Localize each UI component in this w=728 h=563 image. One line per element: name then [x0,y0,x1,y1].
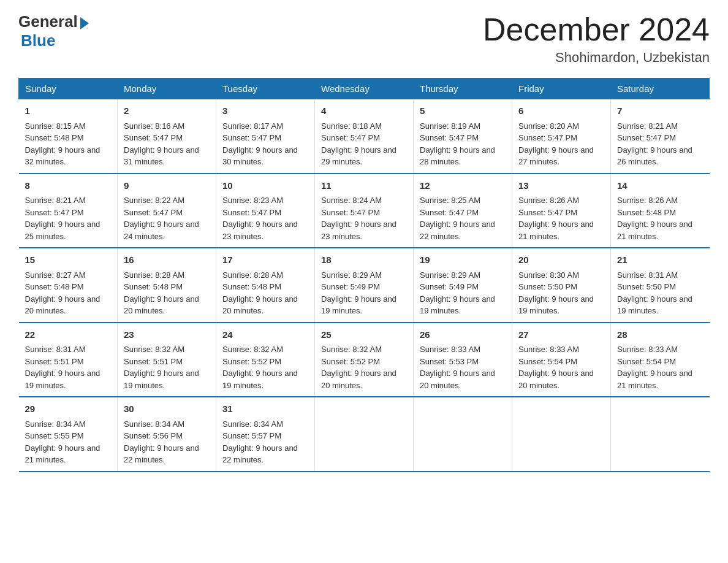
day-number: 23 [124,328,210,342]
daylight-text: Daylight: 9 hours and 21 minutes. [518,220,594,241]
sunrise-text: Sunrise: 8:31 AM [617,270,678,280]
calendar-cell: 3 Sunrise: 8:17 AM Sunset: 5:47 PM Dayli… [216,99,315,174]
daylight-text: Daylight: 9 hours and 30 minutes. [222,145,298,167]
calendar-cell: 18 Sunrise: 8:29 AM Sunset: 5:49 PM Dayl… [315,248,414,323]
title-block: December 2024 Shohimardon, Uzbekistan [483,12,710,66]
calendar-cell: 4 Sunrise: 8:18 AM Sunset: 5:47 PM Dayli… [315,99,414,174]
daylight-text: Daylight: 9 hours and 19 minutes. [124,369,199,390]
daylight-text: Daylight: 9 hours and 20 minutes. [420,369,495,390]
calendar-cell: 24 Sunrise: 8:32 AM Sunset: 5:52 PM Dayl… [216,323,315,397]
sunset-text: Sunset: 5:48 PM [617,208,676,217]
daylight-text: Daylight: 9 hours and 21 minutes. [25,443,100,465]
sunset-text: Sunset: 5:55 PM [25,431,84,440]
sunrise-text: Sunrise: 8:32 AM [321,345,382,354]
sunrise-text: Sunrise: 8:32 AM [222,345,283,354]
weekday-wednesday: Wednesday [315,79,414,99]
calendar-cell: 7 Sunrise: 8:21 AM Sunset: 5:47 PM Dayli… [611,99,710,174]
sunset-text: Sunset: 5:54 PM [518,357,577,366]
sunrise-text: Sunrise: 8:31 AM [25,345,86,354]
weekday-saturday: Saturday [611,79,710,99]
calendar-week-3: 15 Sunrise: 8:27 AM Sunset: 5:48 PM Dayl… [19,248,710,323]
sunrise-text: Sunrise: 8:24 AM [321,196,382,205]
weekday-friday: Friday [512,79,611,99]
day-number: 18 [321,253,407,267]
calendar-cell: 31 Sunrise: 8:34 AM Sunset: 5:57 PM Dayl… [216,397,315,472]
month-year-title: December 2024 [483,12,710,47]
logo-arrow-icon [80,17,89,29]
logo-blue-text: Blue [21,31,55,50]
day-number: 2 [124,104,210,118]
sunset-text: Sunset: 5:57 PM [222,431,281,440]
day-number: 31 [222,402,308,416]
calendar-cell: 9 Sunrise: 8:22 AM Sunset: 5:47 PM Dayli… [118,174,216,248]
day-number: 21 [617,253,703,267]
sunset-text: Sunset: 5:47 PM [222,133,281,142]
sunrise-text: Sunrise: 8:23 AM [222,196,283,205]
logo: General Blue [18,12,89,50]
sunrise-text: Sunrise: 8:34 AM [124,419,184,429]
daylight-text: Daylight: 9 hours and 21 minutes. [617,369,692,390]
calendar-cell: 16 Sunrise: 8:28 AM Sunset: 5:48 PM Dayl… [118,248,216,323]
calendar-cell: 17 Sunrise: 8:28 AM Sunset: 5:48 PM Dayl… [216,248,315,323]
daylight-text: Daylight: 9 hours and 19 minutes. [617,294,692,316]
sunrise-text: Sunrise: 8:33 AM [420,345,480,354]
sunset-text: Sunset: 5:47 PM [321,133,380,142]
sunrise-text: Sunrise: 8:26 AM [617,196,678,205]
sunset-text: Sunset: 5:53 PM [420,357,479,366]
daylight-text: Daylight: 9 hours and 32 minutes. [25,145,100,167]
day-number: 6 [518,104,604,118]
day-number: 28 [617,328,703,342]
day-number: 26 [420,328,506,342]
calendar-cell: 10 Sunrise: 8:23 AM Sunset: 5:47 PM Dayl… [216,174,315,248]
weekday-monday: Monday [118,79,216,99]
day-number: 24 [222,328,308,342]
sunset-text: Sunset: 5:47 PM [617,133,676,142]
sunrise-text: Sunrise: 8:21 AM [25,196,86,205]
day-number: 5 [420,104,506,118]
calendar-cell: 20 Sunrise: 8:30 AM Sunset: 5:50 PM Dayl… [512,248,611,323]
daylight-text: Daylight: 9 hours and 21 minutes. [617,220,692,241]
page-header: General Blue December 2024 Shohimardon, … [18,12,710,66]
calendar-cell: 21 Sunrise: 8:31 AM Sunset: 5:50 PM Dayl… [611,248,710,323]
sunrise-text: Sunrise: 8:25 AM [420,196,480,205]
calendar-cell: 2 Sunrise: 8:16 AM Sunset: 5:47 PM Dayli… [118,99,216,174]
day-number: 11 [321,179,407,193]
daylight-text: Daylight: 9 hours and 19 minutes. [420,294,495,316]
daylight-text: Daylight: 9 hours and 19 minutes. [25,369,100,390]
calendar-cell: 5 Sunrise: 8:19 AM Sunset: 5:47 PM Dayli… [414,99,512,174]
day-number: 1 [25,104,112,118]
weekday-sunday: Sunday [19,79,118,99]
sunrise-text: Sunrise: 8:29 AM [420,270,480,280]
daylight-text: Daylight: 9 hours and 28 minutes. [420,145,495,167]
calendar-cell: 26 Sunrise: 8:33 AM Sunset: 5:53 PM Dayl… [414,323,512,397]
sunset-text: Sunset: 5:47 PM [124,133,183,142]
calendar-cell: 27 Sunrise: 8:33 AM Sunset: 5:54 PM Dayl… [512,323,611,397]
calendar-cell: 6 Sunrise: 8:20 AM Sunset: 5:47 PM Dayli… [512,99,611,174]
sunset-text: Sunset: 5:52 PM [222,357,281,366]
calendar-cell: 30 Sunrise: 8:34 AM Sunset: 5:56 PM Dayl… [118,397,216,472]
calendar-cell: 22 Sunrise: 8:31 AM Sunset: 5:51 PM Dayl… [19,323,118,397]
location-subtitle: Shohimardon, Uzbekistan [483,50,710,66]
daylight-text: Daylight: 9 hours and 29 minutes. [321,145,396,167]
logo-general-text: General [18,12,78,31]
calendar-week-2: 8 Sunrise: 8:21 AM Sunset: 5:47 PM Dayli… [19,174,710,248]
daylight-text: Daylight: 9 hours and 22 minutes. [124,443,199,465]
daylight-text: Daylight: 9 hours and 31 minutes. [124,145,199,167]
daylight-text: Daylight: 9 hours and 19 minutes. [518,294,594,316]
sunrise-text: Sunrise: 8:34 AM [25,419,86,429]
sunset-text: Sunset: 5:49 PM [321,282,380,291]
calendar-body: 1 Sunrise: 8:15 AM Sunset: 5:48 PM Dayli… [19,99,710,472]
day-number: 8 [25,179,112,193]
calendar-cell: 19 Sunrise: 8:29 AM Sunset: 5:49 PM Dayl… [414,248,512,323]
calendar-cell: 14 Sunrise: 8:26 AM Sunset: 5:48 PM Dayl… [611,174,710,248]
calendar-cell: 29 Sunrise: 8:34 AM Sunset: 5:55 PM Dayl… [19,397,118,472]
day-number: 27 [518,328,604,342]
day-number: 3 [222,104,308,118]
daylight-text: Daylight: 9 hours and 20 minutes. [124,294,199,316]
calendar-cell: 11 Sunrise: 8:24 AM Sunset: 5:47 PM Dayl… [315,174,414,248]
sunset-text: Sunset: 5:50 PM [518,282,577,291]
weekday-row: SundayMondayTuesdayWednesdayThursdayFrid… [19,79,710,99]
sunrise-text: Sunrise: 8:20 AM [518,121,579,131]
day-number: 9 [124,179,210,193]
sunset-text: Sunset: 5:47 PM [420,208,479,217]
